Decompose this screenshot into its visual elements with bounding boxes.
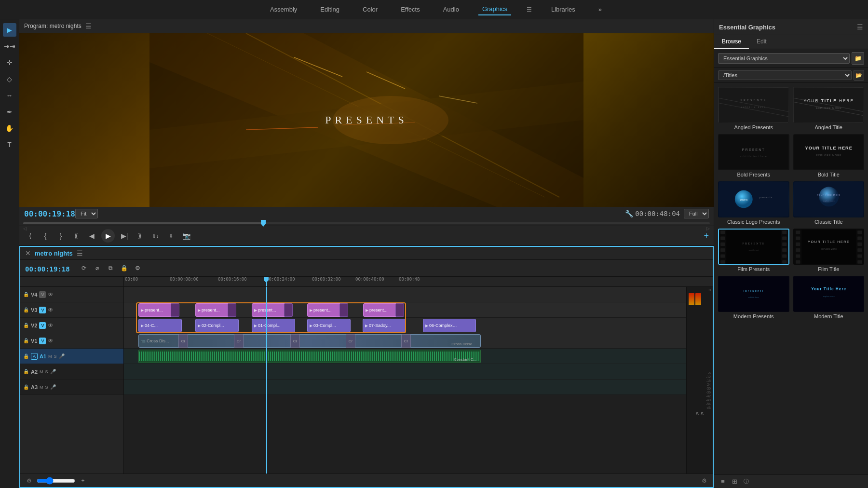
overwrite-btn[interactable]: ⇩ <box>165 230 176 242</box>
timeline-settings-icon[interactable]: ⚙ <box>24 476 34 486</box>
monitor-menu-icon[interactable]: ☰ <box>85 22 92 30</box>
graphic-modern-presents[interactable]: [present] subtitle here Modern Presents <box>718 276 789 319</box>
v3-transition-3[interactable] <box>284 303 293 317</box>
scrubber-bar[interactable]: ◁ ▷ <box>19 220 714 226</box>
graphic-thumb-classic-logo[interactable]: graphic presents <box>718 181 789 217</box>
timeline-bottom-settings[interactable]: ⚙ <box>699 476 709 486</box>
step-back-btn[interactable]: ◀ <box>86 230 97 242</box>
vu-s-right[interactable]: S <box>701 411 704 416</box>
settings-btn[interactable]: ⚙ <box>133 263 143 273</box>
vu-s-left[interactable]: S <box>696 411 699 416</box>
graphics-dropdown[interactable]: Essential Graphics <box>718 53 850 64</box>
v3-transition-5[interactable] <box>395 303 404 317</box>
graphic-thumb-bold-presents[interactable]: PRESENT subtitle text here <box>718 134 789 170</box>
mark-in-btn[interactable]: ⟨ <box>24 230 36 242</box>
panel-list-icon[interactable]: ≡ <box>718 477 728 487</box>
step-forward-btn[interactable]: ▶| <box>119 230 130 242</box>
v2-lock-icon[interactable]: 🔒 <box>23 323 29 328</box>
v2-clip-2[interactable]: ▶ 02-Compl... <box>195 319 239 332</box>
nav-item-graphics[interactable]: Graphics <box>478 3 511 15</box>
v3-clip-1[interactable]: ▶ present... <box>138 303 175 317</box>
v2-clip-5[interactable]: ▶ 07-Sadoy... <box>363 319 406 332</box>
graphic-thumb-bold-title[interactable]: YOUR TITLE HERE EXPLORE MORE <box>793 134 865 170</box>
insert-btn[interactable]: ⇧↓ <box>149 230 161 242</box>
go-to-out-btn[interactable]: ⟫ <box>134 230 146 242</box>
scrubber-playhead[interactable] <box>261 220 266 227</box>
a2-lock-icon[interactable]: 🔒 <box>23 369 29 374</box>
path-folder-btn[interactable]: 📂 <box>854 70 864 81</box>
nav-item-assembly[interactable]: Assembly <box>266 4 301 15</box>
v3-transition-1[interactable] <box>171 303 179 317</box>
mark-out-btn[interactable]: { <box>40 230 51 242</box>
panel-info-icon[interactable]: ⓘ <box>741 477 751 487</box>
nav-item-color[interactable]: Color <box>359 4 381 15</box>
graphic-modern-title[interactable]: Your Title Here explore more Modern Titl… <box>793 276 865 319</box>
ripple-delete-btn[interactable]: ⟳ <box>79 263 89 273</box>
zoom-in-icon[interactable]: + <box>78 476 88 486</box>
a3-lock-icon[interactable]: 🔒 <box>23 384 29 390</box>
v3-transition-2[interactable] <box>228 303 236 317</box>
graphic-bold-presents[interactable]: PRESENT subtitle text here Bold Presents <box>718 134 789 177</box>
v1-eye-icon[interactable]: 👁 <box>48 338 54 344</box>
wrench-icon[interactable]: 🔧 <box>625 210 633 217</box>
nav-item-editing[interactable]: Editing <box>316 4 343 15</box>
v3-clip-2[interactable]: ▶ present... <box>195 303 231 317</box>
pen-tool[interactable]: ✒ <box>3 105 16 119</box>
tab-edit[interactable]: Edit <box>749 35 774 49</box>
timeline-close-btn[interactable]: ✕ <box>25 249 31 257</box>
razor-tool[interactable]: ◇ <box>3 72 16 86</box>
v3-clip-3[interactable]: ▶ present... <box>252 303 288 317</box>
v3-clip-4[interactable]: ▶ present... <box>307 303 343 317</box>
nav-item-audio[interactable]: Audio <box>439 4 463 15</box>
v4-eye-icon[interactable]: 👁 <box>48 291 54 298</box>
graphic-angled-presents[interactable]: PRESENTS subtitle here Angled Presents <box>718 87 789 130</box>
v2-clip-3[interactable]: ▶ 01-Compl... <box>252 319 295 332</box>
nav-item-libraries[interactable]: Libraries <box>547 4 579 15</box>
v2-clip-4[interactable]: ▶ 03-Compl... <box>307 319 351 332</box>
timeline-menu-icon[interactable]: ☰ <box>77 249 83 257</box>
v1-lock-icon[interactable]: 🔒 <box>23 338 29 343</box>
a1-waveform[interactable]: Constant C... <box>138 350 481 363</box>
v2-eye-icon[interactable]: 👁 <box>48 322 54 329</box>
graphic-classic-logo-presents[interactable]: graphic presents Classic Logo Presents <box>718 181 789 225</box>
nav-item-effects[interactable]: Effects <box>397 4 424 15</box>
current-timecode[interactable]: 00:00:19:18 <box>24 209 75 218</box>
graphics-menu-icon[interactable]: ☰ <box>527 6 532 13</box>
v3-transition-4[interactable] <box>339 303 348 317</box>
slip-tool[interactable]: ↔ <box>3 89 16 102</box>
graphic-thumb-modern-presents[interactable]: [present] subtitle here <box>718 276 789 312</box>
v1-clip-main[interactable]: 📹 Cross Dis... Cross Disso... <box>138 334 481 348</box>
quality-dropdown[interactable]: Full <box>684 209 709 218</box>
export-frame-btn[interactable]: 📷 <box>180 230 192 242</box>
v3-toggle[interactable]: V <box>39 307 46 313</box>
v1-trans-4[interactable]: Cr <box>346 334 355 348</box>
v4-lock-icon[interactable]: 🔒 <box>23 292 29 297</box>
panel-menu-icon[interactable]: ☰ <box>857 23 863 31</box>
snap-btn[interactable]: 🔒 <box>119 263 130 273</box>
type-tool[interactable]: T <box>3 138 16 151</box>
graphic-thumb-classic-title[interactable]: Your Title Here explore more <box>793 181 865 217</box>
link-btn[interactable]: ⌀ <box>92 263 103 273</box>
play-btn[interactable]: ▶ <box>101 229 115 243</box>
graphic-film-title[interactable]: YOUR TITLE HERE EXPLORE MORE Film Title <box>793 229 865 272</box>
tab-browse[interactable]: Browse <box>714 35 749 49</box>
panel-grid-icon[interactable]: ⊞ <box>730 477 739 487</box>
add-marker-btn[interactable]: ⧉ <box>106 263 116 273</box>
timeline-timecode[interactable]: 00:00:19:18 <box>25 265 70 273</box>
timeline-zoom-slider[interactable] <box>37 477 75 485</box>
a1-lock-icon[interactable]: 🔒 <box>23 353 29 359</box>
go-to-in-btn[interactable]: ⟪ <box>70 230 82 242</box>
add-button[interactable]: + <box>704 231 709 241</box>
v2-clip-6[interactable]: ▶ 06-Complex r... <box>423 319 476 332</box>
panel-folder-btn[interactable]: 📁 <box>852 52 864 65</box>
v1-toggle[interactable]: V <box>39 338 46 344</box>
a1-selected-indicator[interactable]: A <box>31 353 38 360</box>
nav-more-btn[interactable]: » <box>598 6 602 13</box>
v2-toggle[interactable]: V <box>39 322 46 329</box>
track-select-tool[interactable]: ⇥⇥ <box>3 40 16 53</box>
graphic-thumb-angled-presents[interactable]: PRESENTS subtitle here <box>718 87 789 123</box>
path-dropdown[interactable]: /Titles <box>718 70 852 80</box>
v3-lock-icon[interactable]: 🔒 <box>23 307 29 312</box>
v3-clip-5[interactable]: ▶ present... <box>363 303 399 317</box>
select-tool[interactable]: ▶ <box>3 23 16 37</box>
